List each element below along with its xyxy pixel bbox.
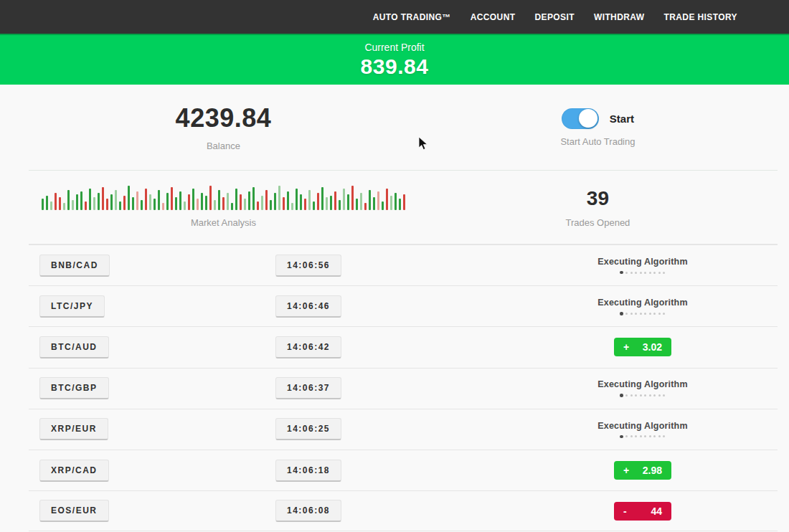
nav-item-auto-trading[interactable]: AUTO TRADING™: [373, 12, 451, 22]
trade-row: BTC/AUD 14:06:42 + 3.02: [29, 326, 778, 367]
market-analysis-block: Market Analysis: [29, 171, 418, 244]
nav-item-account[interactable]: ACCOUNT: [471, 12, 516, 22]
result-value: 44: [651, 505, 662, 517]
result-badge: + 3.02: [614, 338, 671, 356]
trade-row: XRP/CAD 14:06:18 + 2.98: [29, 450, 778, 490]
time-chip: 14:06:08: [275, 500, 341, 522]
trades-opened-block: 39 Trades Opened: [418, 171, 778, 244]
executing-label: Executing Algorithm: [597, 298, 688, 308]
time-chip: 14:06:37: [275, 377, 341, 399]
trades-opened-value: 39: [587, 187, 609, 210]
pair-chip: BNB/CAD: [39, 255, 110, 277]
progress-dots-icon: [620, 312, 665, 315]
result-value: 3.02: [643, 341, 662, 353]
toggle-caption: Start Auto Trading: [560, 136, 635, 147]
balance-block: 4239.84 Balance: [29, 85, 418, 170]
trade-row: XRP/EUR 14:06:25 Executing Algorithm: [29, 409, 778, 450]
progress-dots-icon: [620, 435, 665, 439]
nav-item-trade-history[interactable]: TRADE HISTORY: [663, 12, 737, 22]
market-section: Market Analysis 39 Trades Opened: [29, 171, 778, 244]
auto-trading-toggle[interactable]: [562, 108, 599, 129]
trade-row: BTC/GBP 14:06:37 Executing Algorithm: [29, 368, 778, 409]
pair-chip: XRP/EUR: [39, 418, 108, 440]
result-sign: +: [623, 341, 629, 353]
result-sign: +: [623, 465, 629, 476]
pair-chip: BTC/GBP: [39, 377, 109, 399]
pair-chip: BTC/AUD: [39, 336, 109, 358]
balance-value: 4239.84: [176, 103, 272, 133]
trade-row: LTC/JPY 14:06:46 Executing Algorithm: [29, 285, 778, 326]
trade-row: EOS/EUR 14:06:08 - 44: [29, 490, 778, 531]
profit-banner-label: Current Profit: [364, 42, 424, 53]
result-badge: + 2.98: [614, 461, 671, 480]
nav-item-withdraw[interactable]: WITHDRAW: [594, 12, 645, 22]
status-executing: Executing Algorithm: [597, 298, 688, 315]
profit-banner: Current Profit 839.84: [0, 34, 789, 85]
status-executing: Executing Algorithm: [597, 421, 688, 439]
result-value: 2.98: [643, 465, 662, 476]
pair-chip: EOS/EUR: [39, 500, 109, 522]
time-chip: 14:06:46: [275, 295, 341, 318]
dashboard: 4239.84 Balance Start Start Auto Trading…: [0, 85, 789, 531]
balance-label: Balance: [207, 141, 240, 151]
executing-label: Executing Algorithm: [597, 379, 688, 389]
pair-chip: LTC/JPY: [39, 295, 105, 318]
toggle-knob-icon: [579, 109, 597, 128]
executing-label: Executing Algorithm: [597, 257, 688, 267]
toggle-state-label: Start: [610, 113, 634, 125]
trades-opened-label: Trades Opened: [566, 217, 630, 228]
trade-row: BNB/CAD 14:06:56 Executing Algorithm: [29, 244, 778, 285]
executing-label: Executing Algorithm: [597, 421, 688, 431]
top-nav: AUTO TRADING™ ACCOUNT DEPOSIT WITHDRAW T…: [0, 0, 789, 34]
result-badge: - 44: [614, 502, 671, 521]
pair-chip: XRP/CAD: [39, 460, 109, 482]
result-sign: -: [623, 505, 627, 517]
balance-section: 4239.84 Balance Start Start Auto Trading: [29, 85, 778, 171]
profit-banner-value: 839.84: [361, 54, 429, 79]
progress-dots-icon: [620, 271, 665, 275]
status-executing: Executing Algorithm: [597, 257, 688, 275]
time-chip: 14:06:56: [275, 255, 341, 277]
status-executing: Executing Algorithm: [597, 379, 688, 397]
time-chip: 14:06:42: [275, 336, 341, 358]
market-analysis-chart: [42, 187, 405, 210]
progress-dots-icon: [620, 394, 665, 397]
market-analysis-label: Market Analysis: [191, 217, 256, 228]
nav-item-deposit[interactable]: DEPOSIT: [534, 12, 574, 22]
time-chip: 14:06:25: [275, 418, 341, 440]
auto-trading-block: Start Start Auto Trading: [418, 85, 778, 170]
trade-list: BNB/CAD 14:06:56 Executing Algorithm LTC…: [29, 244, 778, 531]
time-chip: 14:06:18: [275, 460, 341, 482]
